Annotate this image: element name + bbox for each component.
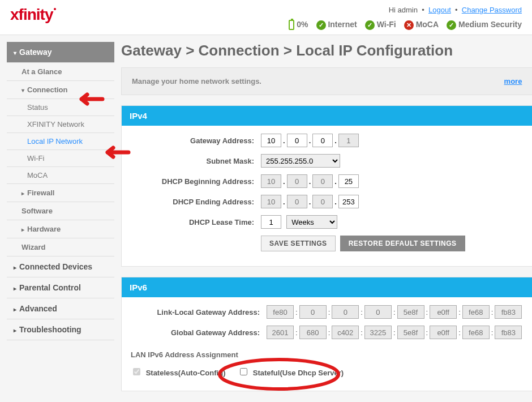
battery-status: 0% [289, 20, 308, 30]
sidebar-item-troubleshooting[interactable]: Troubleshooting [7, 319, 114, 340]
link-local-seg-3 [332, 305, 359, 319]
sidebar-item-connection[interactable]: Connection [7, 81, 114, 99]
link-local-seg-6 [430, 305, 457, 319]
sidebar-item-xfinity-network[interactable]: XFINITY Network [7, 116, 114, 133]
global-seg-3 [332, 326, 359, 339]
link-local-seg-8 [495, 305, 522, 319]
dhcp-end-octet-2 [287, 195, 307, 208]
more-link[interactable]: more [504, 77, 522, 85]
gateway-octet-1[interactable] [261, 134, 281, 147]
ipv6-assignment-heading: LAN IPv6 Address Assignment [131, 346, 523, 366]
lease-time-unit[interactable]: Weeks [286, 215, 337, 229]
status-wifi: ✓ Wi-Fi [365, 20, 396, 30]
link-local-seg-4 [364, 305, 392, 319]
lease-time-value[interactable] [261, 215, 281, 229]
x-icon: ✕ [404, 20, 414, 30]
global-seg-5 [397, 326, 424, 339]
sidebar-item-gateway[interactable]: Gateway [7, 42, 114, 63]
global-seg-7 [462, 326, 490, 339]
sidebar-item-advanced[interactable]: Advanced [7, 298, 114, 319]
link-local-seg-2 [299, 305, 327, 319]
stateful-checkbox[interactable] [240, 368, 247, 375]
global-seg-2 [299, 326, 327, 339]
sidebar-item-software[interactable]: Software [7, 202, 114, 220]
subnet-mask-label: Subnet Mask: [131, 157, 261, 165]
page-title: Gateway > Connection > Local IP Configur… [121, 42, 532, 59]
link-local-seg-7 [462, 305, 490, 319]
sidebar-item-at-a-glance[interactable]: At a Glance [7, 63, 114, 81]
battery-icon [289, 20, 294, 30]
save-settings-button[interactable]: SAVE SETTINGS [261, 236, 336, 251]
sidebar-item-wifi[interactable]: Wi-Fi [7, 150, 114, 167]
restore-defaults-button[interactable]: RESTORE DEFAULT SETTINGS [340, 236, 465, 251]
sidebar-item-status[interactable]: Status [7, 99, 114, 116]
change-password-link[interactable]: Change Password [462, 6, 522, 14]
sidebar-item-connected-devices[interactable]: Connected Devices [7, 256, 114, 277]
sidebar-item-hardware[interactable]: Hardware [7, 220, 114, 238]
logout-link[interactable]: Logout [428, 6, 451, 14]
link-local-seg-1 [267, 305, 294, 319]
dhcp-end-label: DHCP Ending Address: [131, 198, 261, 206]
subnet-mask-select[interactable]: 255.255.255.0 [261, 154, 340, 168]
sidebar: Gateway At a Glance Connection Status XF… [7, 42, 114, 391]
dhcp-begin-octet-4[interactable] [338, 174, 359, 188]
stateful-label: Stateful(Use Dhcp Server) [253, 369, 344, 377]
ipv4-panel: IPv4 Gateway Address: . . . Subnet Mask:… [121, 105, 532, 267]
ipv6-panel: IPv6 Link-Local Gateway Address: : : : :… [121, 277, 532, 391]
ipv6-heading: IPv6 [122, 277, 532, 297]
dhcp-begin-octet-2 [287, 174, 307, 188]
check-icon: ✓ [365, 20, 375, 30]
dhcp-begin-octet-3 [312, 174, 333, 188]
global-gateway-label: Global Gateway Address: [131, 328, 267, 337]
link-local-seg-5 [397, 305, 424, 319]
sidebar-item-parental-control[interactable]: Parental Control [7, 277, 114, 298]
dhcp-end-octet-1 [261, 195, 281, 208]
check-icon: ✓ [447, 20, 456, 30]
page-subtitle: Manage your home network settings. [132, 77, 261, 85]
ipv4-heading: IPv4 [122, 106, 532, 126]
xfinity-logo: xfinity [10, 6, 53, 24]
stateless-label: Stateless(Auto-Config) [146, 369, 226, 377]
sidebar-item-moca[interactable]: MoCA [7, 167, 114, 184]
dhcp-end-octet-3 [312, 195, 333, 208]
dhcp-end-octet-4[interactable] [338, 195, 359, 208]
sidebar-item-wizard[interactable]: Wizard [7, 238, 114, 256]
dhcp-begin-octet-1 [261, 174, 281, 188]
sidebar-item-firewall[interactable]: Firewall [7, 184, 114, 202]
global-seg-4 [364, 326, 392, 339]
gateway-octet-3[interactable] [312, 134, 333, 147]
status-moca: ✕ MoCA [404, 20, 439, 30]
gateway-octet-2[interactable] [287, 134, 307, 147]
gateway-octet-4 [338, 134, 359, 147]
stateless-checkbox [133, 368, 140, 375]
global-seg-6 [430, 326, 457, 339]
sidebar-item-local-ip-network[interactable]: Local IP Network [7, 133, 114, 150]
link-local-label: Link-Local Gateway Address: [131, 308, 267, 317]
gateway-address-label: Gateway Address: [131, 136, 261, 145]
status-internet: ✓ Internet [316, 20, 357, 30]
global-seg-1 [267, 326, 294, 339]
status-security: ✓ Medium Security [447, 20, 522, 30]
dhcp-begin-label: DHCP Beginning Address: [131, 177, 261, 186]
greeting-text: Hi admin [389, 6, 418, 14]
lease-time-label: DHCP Lease Time: [131, 218, 261, 226]
global-seg-8 [495, 326, 522, 339]
check-icon: ✓ [316, 20, 326, 30]
